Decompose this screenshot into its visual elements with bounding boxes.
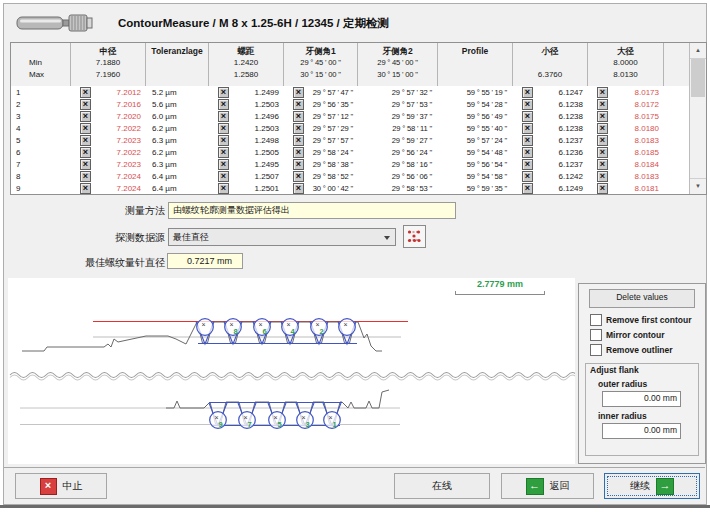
back-button[interactable]: ← 返回 [501, 473, 594, 499]
cell-value: 7.2023 [91, 136, 146, 145]
measure-method-field[interactable]: 由螺纹轮廓测量数据评估得出 [168, 202, 456, 219]
checkbox-checked-icon[interactable]: × [597, 99, 608, 110]
tolerance-cell: 6.2 µm [146, 124, 209, 133]
checkbox-checked-icon[interactable]: × [522, 111, 533, 122]
checkbox-checked-icon[interactable]: × [597, 123, 608, 134]
row-number: 7 [11, 160, 71, 169]
cell-value: 29 ° 58 ' 38 " [304, 160, 358, 169]
footer-separator [4, 467, 705, 468]
scroll-up-icon[interactable]: ▲ [690, 43, 706, 59]
checkbox-checked-icon[interactable]: × [218, 123, 229, 134]
inner-radius-input[interactable]: 0.00 mm [602, 423, 681, 439]
checkbox-checked-icon[interactable]: × [522, 159, 533, 170]
checkbox-checked-icon[interactable]: × [80, 171, 91, 182]
checkbox-unchecked-icon[interactable] [590, 314, 602, 326]
checkbox-checked-icon[interactable]: × [293, 135, 304, 146]
checkbox-checked-icon[interactable]: × [597, 147, 608, 158]
checkbox-unchecked-icon[interactable] [590, 329, 602, 341]
checkbox-checked-icon[interactable]: × [80, 87, 91, 98]
tolerance-cell: 6.4 µm [146, 184, 209, 193]
profile-cell: 59 ° 55 ' 40 " [438, 124, 513, 133]
checkbox-label: Mirror contour [606, 330, 665, 340]
checkbox-checked-icon[interactable]: × [218, 171, 229, 182]
cell-value: 6.1238 [533, 100, 588, 109]
major-diameter-cell: ×8.0183 [588, 170, 664, 182]
flank-angle2-cell: 29 ° 56 ' 24 " [358, 148, 438, 157]
cell-value: 1.2499 [229, 88, 284, 97]
checkbox-checked-icon[interactable]: × [522, 87, 533, 98]
checkbox-checked-icon[interactable]: × [597, 111, 608, 122]
profile-cell: 59 ° 54 ' 48 " [438, 148, 513, 157]
checkbox-checked-icon[interactable]: × [80, 147, 91, 158]
cell-value: 29 ° 57 ' 47 " [304, 88, 358, 97]
checkbox-checked-icon[interactable]: × [522, 183, 533, 194]
header-flank-angle1: 牙侧角1 29 ° 45 ' 00 " 30 ° 15 ' 00 " [284, 43, 358, 86]
checkbox-checked-icon[interactable]: × [522, 147, 533, 158]
cell-value: 6.1238 [533, 124, 588, 133]
checkbox-checked-icon[interactable]: × [597, 183, 608, 194]
checkbox-checked-icon[interactable]: × [218, 87, 229, 98]
panel-checkbox-1[interactable]: Mirror contour [590, 329, 705, 341]
checkbox-checked-icon[interactable]: × [293, 159, 304, 170]
checkbox-checked-icon[interactable]: × [293, 183, 304, 194]
next-button[interactable]: 继续 → [604, 473, 700, 499]
abort-button[interactable]: × 中止 [15, 473, 107, 499]
checkbox-checked-icon[interactable]: × [522, 171, 533, 182]
checkbox-checked-icon[interactable]: × [522, 123, 533, 134]
checkbox-checked-icon[interactable]: × [293, 111, 304, 122]
title-bar: ContourMeasure / M 8 x 1.25-6H / 12345 /… [10, 8, 700, 38]
best-wire-diameter-field[interactable]: 0.7217 mm [167, 253, 243, 269]
minor-diameter-cell: ×6.1238 [513, 110, 588, 122]
mid-diameter-cell: ×7.2016 [71, 98, 146, 110]
checkbox-checked-icon[interactable]: × [218, 147, 229, 158]
checkbox-checked-icon[interactable]: × [80, 111, 91, 122]
online-button[interactable]: 在线 [394, 473, 490, 499]
panel-checkbox-2[interactable]: Remove outliner [590, 344, 705, 356]
flank-angle2-cell: 29 ° 59 ' 27 " [358, 136, 438, 145]
tolerance-cell: 5.2 µm [146, 88, 209, 97]
cell-value: 1.2503 [229, 100, 284, 109]
checkbox-checked-icon[interactable]: × [80, 123, 91, 134]
adjust-flank-title: Adjust flank [590, 365, 694, 375]
tolerance-cell: 5.6 µm [146, 100, 209, 109]
outer-radius-input[interactable]: 0.00 mm [602, 391, 681, 407]
checkbox-checked-icon[interactable]: × [80, 183, 91, 194]
profile-cell: 59 ° 56 ' 49 " [438, 112, 513, 121]
checkbox-checked-icon[interactable]: × [597, 87, 608, 98]
checkbox-checked-icon[interactable]: × [218, 135, 229, 146]
checkbox-checked-icon[interactable]: × [80, 135, 91, 146]
abort-x-icon: × [40, 478, 57, 495]
panel-checkbox-0[interactable]: Remove first contour [590, 314, 705, 326]
next-arrow-icon: → [656, 478, 674, 495]
checkbox-checked-icon[interactable]: × [218, 183, 229, 194]
checkbox-checked-icon[interactable]: × [218, 159, 229, 170]
checkbox-checked-icon[interactable]: × [218, 99, 229, 110]
row-number: 5 [11, 136, 71, 145]
header-mid-diameter: 中径 7.1880 7.1960 [71, 43, 146, 86]
major-diameter-cell: ×8.0185 [588, 146, 664, 158]
table-scrollbar[interactable]: ▲ ▼ [689, 43, 706, 194]
checkbox-checked-icon[interactable]: × [522, 135, 533, 146]
flank-angle1-cell: ×29 ° 57 ' 12 " [284, 110, 358, 122]
checkbox-checked-icon[interactable]: × [293, 171, 304, 182]
probe-source-dropdown[interactable]: 最佳直径 [168, 228, 396, 246]
checkbox-checked-icon[interactable]: × [293, 99, 304, 110]
checkbox-checked-icon[interactable]: × [597, 135, 608, 146]
probe-points-button[interactable] [403, 225, 426, 248]
checkbox-checked-icon[interactable]: × [597, 159, 608, 170]
checkbox-checked-icon[interactable]: × [218, 111, 229, 122]
checkbox-checked-icon[interactable]: × [293, 87, 304, 98]
checkbox-checked-icon[interactable]: × [293, 147, 304, 158]
checkbox-checked-icon[interactable]: × [293, 123, 304, 134]
checkbox-checked-icon[interactable]: × [522, 99, 533, 110]
header-toleranzlage: Toleranzlage [146, 43, 209, 86]
delete-values-button[interactable]: Delete values [589, 289, 695, 308]
checkbox-checked-icon[interactable]: × [80, 99, 91, 110]
checkbox-checked-icon[interactable]: × [597, 171, 608, 182]
checkbox-checked-icon[interactable]: × [80, 159, 91, 170]
scrollbar-thumb[interactable] [691, 59, 705, 97]
scroll-down-icon[interactable]: ▼ [690, 178, 706, 194]
probe-index-label: 3 [305, 420, 309, 429]
flank-angle1-cell: ×29 ° 58 ' 24 " [284, 146, 358, 158]
checkbox-unchecked-icon[interactable] [590, 344, 602, 356]
